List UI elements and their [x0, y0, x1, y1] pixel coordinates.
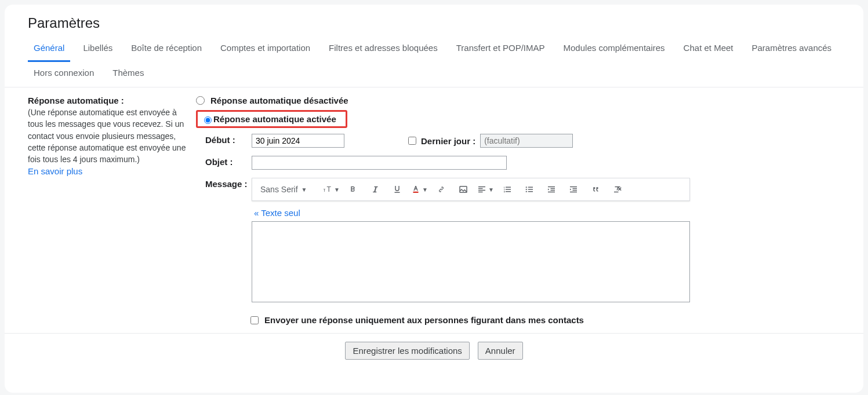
svg-point-5 — [526, 189, 527, 190]
indent-more-button[interactable] — [563, 180, 584, 199]
indent-less-button[interactable] — [541, 180, 562, 199]
svg-point-6 — [526, 191, 527, 192]
last-day-label: Dernier jour : — [421, 136, 475, 146]
text-color-button[interactable]: ▼ — [409, 180, 430, 199]
bold-button[interactable] — [343, 180, 364, 199]
text-only-link[interactable]: « Texte seul — [254, 208, 300, 218]
tab-filters[interactable]: Filtres et adresses bloquées — [323, 37, 444, 62]
vacation-on-label: Réponse automatique activée — [213, 114, 336, 124]
vacation-off-label: Réponse automatique désactivée — [210, 96, 348, 105]
svg-text:T: T — [327, 185, 332, 193]
message-editor[interactable] — [252, 221, 690, 302]
contacts-only-checkbox[interactable] — [250, 316, 259, 324]
chevron-down-icon: ▼ — [488, 186, 494, 193]
last-day-input[interactable] — [480, 134, 573, 148]
subject-label: Objet : — [205, 156, 252, 167]
font-size-button[interactable]: тT ▼ — [321, 180, 342, 199]
subject-input[interactable] — [252, 156, 507, 170]
chevron-down-icon: ▼ — [422, 186, 428, 193]
chevron-down-icon: ▼ — [334, 186, 340, 193]
page-title: Paramètres — [5, 5, 863, 37]
tabs-bar: Général Libellés Boîte de réception Comp… — [5, 37, 863, 87]
tab-labels[interactable]: Libellés — [77, 37, 118, 62]
tab-advanced[interactable]: Paramètres avancés — [746, 37, 838, 62]
start-date-input[interactable] — [252, 134, 344, 148]
vacation-section-title: Réponse automatique : — [28, 96, 190, 105]
svg-rect-2 — [413, 192, 419, 193]
italic-button[interactable] — [365, 180, 386, 199]
vacation-section-desc: (Une réponse automatique est envoyée à t… — [28, 107, 190, 165]
numbered-list-button[interactable] — [497, 180, 518, 199]
svg-text:т: т — [324, 188, 326, 193]
tab-themes[interactable]: Thèmes — [107, 62, 150, 87]
quote-button[interactable] — [585, 180, 606, 199]
last-day-checkbox[interactable] — [408, 137, 416, 145]
remove-formatting-button[interactable] — [607, 180, 628, 199]
font-name: Sans Serif — [260, 185, 298, 194]
underline-button[interactable] — [387, 180, 408, 199]
learn-more-link[interactable]: En savoir plus — [28, 166, 82, 176]
message-label: Message : — [205, 178, 252, 189]
chevron-down-icon: ▼ — [302, 186, 307, 193]
contacts-only-label: Envoyer une réponse uniquement aux perso… — [264, 315, 584, 325]
cancel-button[interactable]: Annuler — [478, 342, 523, 360]
vacation-on-highlight: Réponse automatique activée — [196, 110, 347, 128]
svg-point-4 — [526, 186, 527, 188]
link-button[interactable] — [431, 180, 452, 199]
save-button[interactable]: Enregistrer les modifications — [345, 342, 469, 360]
tab-general[interactable]: Général — [28, 37, 70, 62]
tab-accounts[interactable]: Comptes et importation — [215, 37, 316, 62]
vacation-off-radio[interactable] — [196, 96, 205, 105]
bulleted-list-button[interactable] — [519, 180, 540, 199]
tab-inbox[interactable]: Boîte de réception — [125, 37, 208, 62]
tab-forwarding[interactable]: Transfert et POP/IMAP — [451, 37, 551, 62]
tab-addons[interactable]: Modules complémentaires — [558, 37, 671, 62]
font-picker[interactable]: Sans Serif ▼ — [256, 185, 319, 194]
start-label: Début : — [205, 134, 252, 145]
editor-toolbar: Sans Serif ▼ тT ▼ — [252, 178, 690, 201]
vacation-on-radio[interactable] — [204, 116, 212, 124]
tab-offline[interactable]: Hors connexion — [28, 62, 100, 87]
align-button[interactable]: ▼ — [475, 180, 496, 199]
image-button[interactable] — [453, 180, 474, 199]
tab-chat[interactable]: Chat et Meet — [678, 37, 739, 62]
